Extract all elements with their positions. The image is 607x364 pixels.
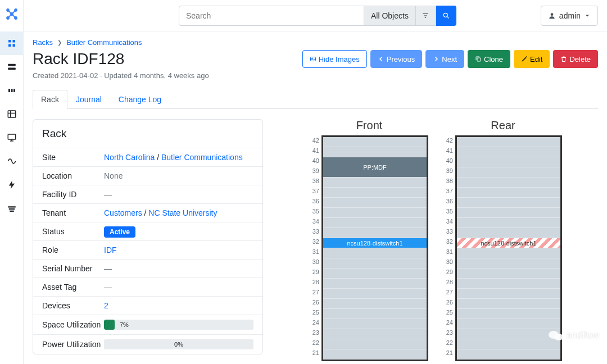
rack-empty-slot[interactable]	[323, 349, 427, 360]
rack-empty-slot[interactable]	[323, 137, 427, 147]
rack-empty-slot[interactable]	[457, 167, 560, 178]
clone-button[interactable]: Clone	[468, 50, 510, 68]
svg-point-37	[554, 334, 563, 340]
link-tenant-group[interactable]: Customers	[104, 208, 142, 217]
rack-rear-title: Rear	[444, 119, 562, 132]
rack-empty-slot[interactable]	[457, 339, 560, 349]
rack-empty-slot[interactable]	[323, 178, 427, 188]
link-site-region[interactable]: North Carolina	[104, 153, 155, 162]
sidebar-item-devices[interactable]	[0, 55, 24, 79]
rack-u-label: 33	[444, 226, 455, 236]
rack-empty-slot[interactable]	[457, 279, 560, 289]
rack-empty-slot[interactable]	[323, 258, 427, 269]
tab-rack[interactable]: Rack	[33, 90, 67, 109]
search-button[interactable]	[436, 6, 456, 26]
app-logo[interactable]	[0, 2, 24, 26]
rack-u-label: 25	[444, 307, 455, 317]
rack-empty-slot[interactable]	[323, 188, 427, 198]
rack-empty-slot[interactable]	[457, 218, 560, 228]
sidebar-item-virtualization[interactable]	[0, 126, 24, 149]
sidebar-item-ipam[interactable]	[0, 102, 24, 126]
svg-rect-21	[8, 134, 16, 139]
rack-empty-slot[interactable]	[323, 299, 427, 309]
rack-empty-slot[interactable]	[457, 269, 560, 279]
val-facility: —	[104, 190, 112, 199]
edit-button[interactable]: Edit	[514, 50, 550, 68]
rack-empty-slot[interactable]	[457, 157, 560, 167]
rack-u-label: 40	[310, 156, 321, 166]
rack-empty-slot[interactable]	[457, 147, 560, 157]
svg-line-5	[8, 10, 12, 14]
rack-empty-slot[interactable]	[457, 198, 560, 208]
val-location: None	[104, 171, 123, 180]
card-rack-details: Rack SiteNorth Carolina / Butler Communi…	[33, 119, 263, 354]
search-filter-button[interactable]	[416, 6, 436, 26]
delete-button[interactable]: Delete	[553, 50, 598, 68]
rack-empty-slot[interactable]	[323, 289, 427, 299]
rack-empty-slot[interactable]	[457, 208, 560, 218]
rack-u-label: 24	[310, 317, 321, 327]
svg-rect-9	[8, 40, 11, 43]
rack-empty-slot[interactable]	[323, 329, 427, 339]
breadcrumb-racks[interactable]: Racks	[33, 38, 53, 47]
rack-empty-slot[interactable]	[457, 188, 560, 198]
link-devices-count[interactable]: 2	[104, 301, 108, 310]
rack-empty-slot[interactable]	[323, 309, 427, 319]
previous-button[interactable]: Previous	[370, 50, 423, 68]
power-utilization-bar: 0%	[104, 339, 253, 349]
link-role[interactable]: IDF	[104, 245, 117, 254]
hide-images-button[interactable]: Hide Images	[302, 50, 367, 68]
rack-device-sw[interactable]: ncsu128-distswitch1	[323, 238, 427, 248]
rack-empty-slot[interactable]	[323, 228, 427, 238]
copy-icon	[475, 56, 482, 62]
rack-empty-slot[interactable]	[323, 208, 427, 218]
breadcrumb-site[interactable]: Butler Communications	[66, 38, 142, 47]
rack-device-sw[interactable]: ncsu128-distswitch1	[457, 238, 560, 248]
link-tenant[interactable]: NC State University	[148, 208, 217, 217]
user-icon	[548, 12, 556, 20]
svg-rect-15	[8, 89, 10, 92]
search-icon	[442, 12, 450, 20]
sidebar	[0, 0, 24, 364]
sidebar-item-connections[interactable]	[0, 79, 24, 102]
rack-device-pp[interactable]: PP:MDF	[323, 157, 427, 178]
rack-empty-slot[interactable]	[457, 258, 560, 269]
rack-empty-slot[interactable]	[323, 319, 427, 329]
rack-empty-slot[interactable]	[323, 147, 427, 157]
rack-u-label: 23	[444, 327, 455, 338]
rack-u-label: 26	[444, 297, 455, 307]
rack-empty-slot[interactable]	[323, 339, 427, 349]
rack-u-label: 30	[310, 257, 321, 267]
tab-changelog[interactable]: Change Log	[110, 90, 170, 108]
rack-empty-slot[interactable]	[457, 137, 560, 147]
search-scope-dropdown[interactable]: All Objects	[364, 6, 416, 26]
sidebar-item-organization[interactable]	[0, 31, 24, 55]
rack-u-label: 31	[310, 247, 321, 257]
search-input[interactable]	[179, 6, 364, 26]
page-title: Rack IDF128	[33, 50, 124, 68]
rack-empty-slot[interactable]	[457, 329, 560, 339]
rack-u-label: 37	[310, 186, 321, 196]
rack-u-label: 39	[444, 166, 455, 176]
tab-journal[interactable]: Journal	[67, 90, 110, 108]
sidebar-item-circuits[interactable]	[0, 149, 24, 173]
next-button[interactable]: Next	[425, 50, 464, 68]
user-menu[interactable]: admin	[541, 6, 598, 26]
rack-empty-slot[interactable]	[323, 198, 427, 208]
rack-empty-slot[interactable]	[323, 218, 427, 228]
rack-empty-slot[interactable]	[323, 269, 427, 279]
rack-empty-slot[interactable]	[457, 178, 560, 188]
sidebar-item-power[interactable]	[0, 173, 24, 197]
rack-empty-slot[interactable]	[457, 289, 560, 299]
rack-empty-slot[interactable]	[457, 349, 560, 360]
rack-empty-slot[interactable]	[457, 319, 560, 329]
sidebar-item-other[interactable]	[0, 197, 24, 220]
rack-empty-slot[interactable]	[457, 248, 560, 258]
rack-empty-slot[interactable]	[323, 279, 427, 289]
rack-empty-slot[interactable]	[457, 299, 560, 309]
rack-empty-slot[interactable]	[323, 248, 427, 258]
link-site-name[interactable]: Butler Communications	[161, 153, 243, 162]
rack-empty-slot[interactable]	[457, 228, 560, 238]
rack-u-label: 41	[444, 145, 455, 156]
rack-empty-slot[interactable]	[457, 309, 560, 319]
